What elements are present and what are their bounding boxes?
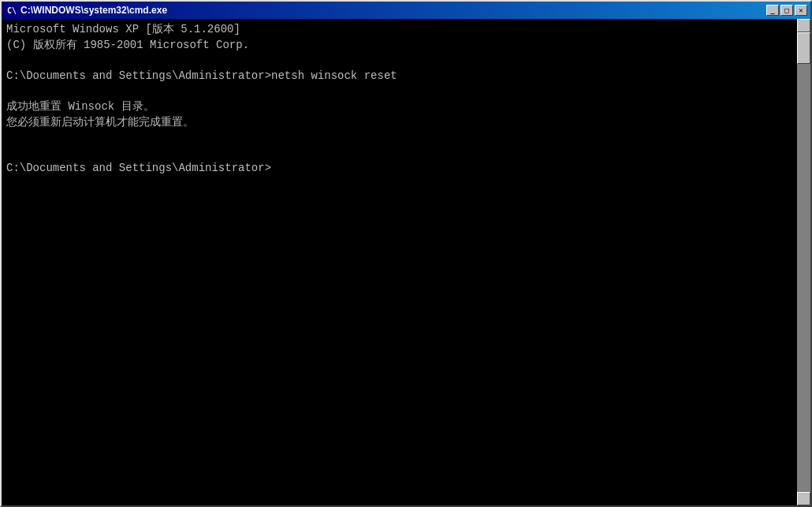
- close-button[interactable]: ✕: [795, 5, 807, 16]
- console-line: C:\Documents and Settings\Administrator>: [6, 161, 792, 177]
- svg-text:C\: C\: [7, 6, 17, 15]
- console-line: [6, 53, 792, 69]
- console-line: [6, 84, 792, 99]
- minimize-button[interactable]: _: [766, 5, 779, 16]
- console-area[interactable]: Microsoft Windows XP [版本 5.1.2600](C) 版权…: [2, 19, 810, 505]
- console-line: 您必须重新启动计算机才能完成重置。: [6, 115, 792, 131]
- window: C\ C:\WINDOWS\system32\cmd.exe _ □ ✕ Mic…: [0, 0, 812, 507]
- scroll-thumb[interactable]: [797, 32, 810, 64]
- console-line: (C) 版权所有 1985-2001 Microsoft Corp.: [6, 38, 792, 54]
- console-line: [6, 130, 792, 146]
- console-line: C:\Documents and Settings\Administrator>…: [6, 69, 792, 84]
- console-line: Microsoft Windows XP [版本 5.1.2600]: [6, 22, 792, 38]
- scroll-up-button[interactable]: ▲: [797, 19, 810, 32]
- cmd-icon: C\: [5, 4, 17, 17]
- title-bar-buttons: _ □ ✕: [766, 5, 807, 16]
- maximize-button[interactable]: □: [780, 5, 793, 16]
- console-line: 成功地重置 Winsock 目录。: [6, 99, 792, 115]
- scrollbar[interactable]: ▲ ▼: [797, 19, 810, 505]
- scroll-track[interactable]: [797, 32, 810, 492]
- window-title: C:\WINDOWS\system32\cmd.exe: [20, 5, 766, 16]
- scroll-down-button[interactable]: ▼: [797, 492, 810, 505]
- title-bar: C\ C:\WINDOWS\system32\cmd.exe _ □ ✕: [2, 2, 810, 19]
- console-content: Microsoft Windows XP [版本 5.1.2600](C) 版权…: [6, 22, 806, 177]
- console-line: [6, 146, 792, 162]
